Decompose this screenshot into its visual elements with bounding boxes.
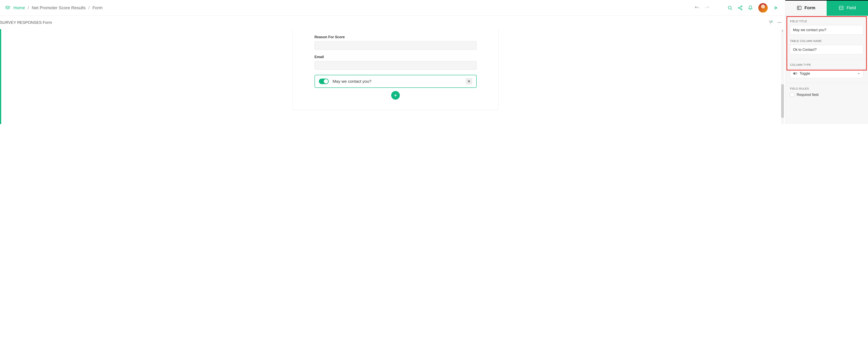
breadcrumb-sep: / <box>28 5 29 10</box>
breadcrumb-leaf: Form <box>92 5 102 10</box>
tab-form[interactable]: Form <box>785 0 827 16</box>
undo-button[interactable] <box>692 3 702 12</box>
required-checkbox[interactable] <box>790 93 794 97</box>
toggle-type-icon <box>793 71 797 76</box>
svg-point-2 <box>738 7 740 8</box>
field-label: Email <box>314 55 477 59</box>
text-input[interactable] <box>314 61 477 70</box>
bell-icon[interactable] <box>746 3 755 12</box>
chevron-down-icon <box>857 72 860 75</box>
scrollbar-thumb[interactable] <box>781 84 784 118</box>
topbar: Home / Net Promoter Score Results / Form <box>0 0 785 16</box>
svg-point-6 <box>780 22 781 23</box>
svg-point-1 <box>741 6 742 7</box>
toggle-switch[interactable] <box>319 78 329 84</box>
properties-panel: Form Field FIELD TITLE TABLE COLUMN NAME… <box>785 0 868 124</box>
svg-point-4 <box>778 22 779 23</box>
column-name-label: TABLE COLUMN NAME <box>790 39 863 42</box>
field-rules-label: FIELD RULES <box>790 87 863 90</box>
tab-form-label: Form <box>805 5 815 10</box>
tab-field[interactable]: Field <box>827 0 868 16</box>
form-layout-icon <box>797 5 802 10</box>
form-card: Reason For Score Email May we contact yo… <box>293 29 498 110</box>
tab-field-label: Field <box>846 5 856 10</box>
field-label: Reason For Score <box>314 35 477 39</box>
field-title-input[interactable] <box>790 25 863 35</box>
search-icon[interactable] <box>725 3 735 12</box>
form-canvas: ▲ Reason For Score Email May we contact … <box>0 29 785 124</box>
column-type-value: Toggle <box>800 71 810 76</box>
svg-point-0 <box>728 6 731 9</box>
field-label: May we contact you? <box>333 79 462 84</box>
remove-field-button[interactable] <box>466 78 472 85</box>
exit-icon[interactable] <box>771 5 780 10</box>
svg-point-3 <box>741 9 742 10</box>
avatar[interactable] <box>758 3 768 12</box>
breadcrumb-home[interactable]: Home <box>13 5 25 10</box>
breadcrumb-mid[interactable]: Net Promoter Score Results <box>32 5 86 10</box>
column-name-input[interactable] <box>790 45 863 54</box>
form-field[interactable]: Reason For Score <box>314 35 477 50</box>
form-field[interactable]: Email <box>314 55 477 70</box>
svg-point-10 <box>794 73 795 74</box>
selected-form-field[interactable]: May we contact you? <box>314 75 477 88</box>
breadcrumb-sep: / <box>88 5 90 10</box>
column-type-select[interactable]: Toggle <box>790 69 863 78</box>
column-type-label: COLUMN TYPE <box>790 63 863 66</box>
svg-point-5 <box>779 22 780 23</box>
filter-icon[interactable] <box>767 19 774 26</box>
scrollbar-track[interactable]: ▲ <box>781 29 784 124</box>
field-layout-icon <box>839 5 844 10</box>
share-icon[interactable] <box>736 3 745 12</box>
field-title-label: FIELD TITLE <box>790 20 863 23</box>
more-icon[interactable] <box>776 19 783 26</box>
app-logo-icon <box>5 5 11 11</box>
breadcrumb: Home / Net Promoter Score Results / Form <box>13 5 103 10</box>
add-field-button[interactable] <box>391 91 400 100</box>
redo-button[interactable] <box>702 3 712 12</box>
text-input[interactable] <box>314 41 477 50</box>
subheader: SURVEY RESPONSES Form <box>0 16 785 29</box>
required-label: Required field <box>797 93 818 97</box>
side-tabs: Form Field <box>785 0 868 16</box>
form-view-title: SURVEY RESPONSES Form <box>0 20 52 25</box>
left-accent <box>0 29 1 124</box>
